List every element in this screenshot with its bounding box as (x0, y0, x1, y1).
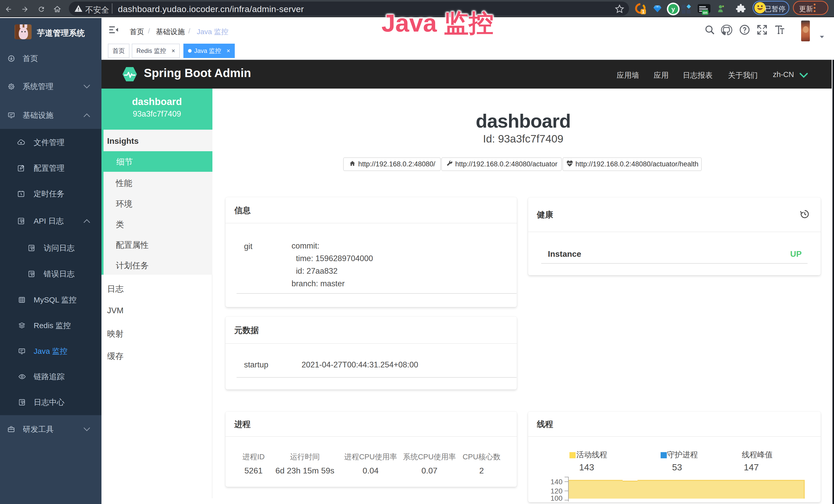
svg-text:y: y (672, 6, 675, 13)
svg-text:on: on (703, 10, 707, 15)
svg-text:1: 1 (642, 9, 645, 15)
